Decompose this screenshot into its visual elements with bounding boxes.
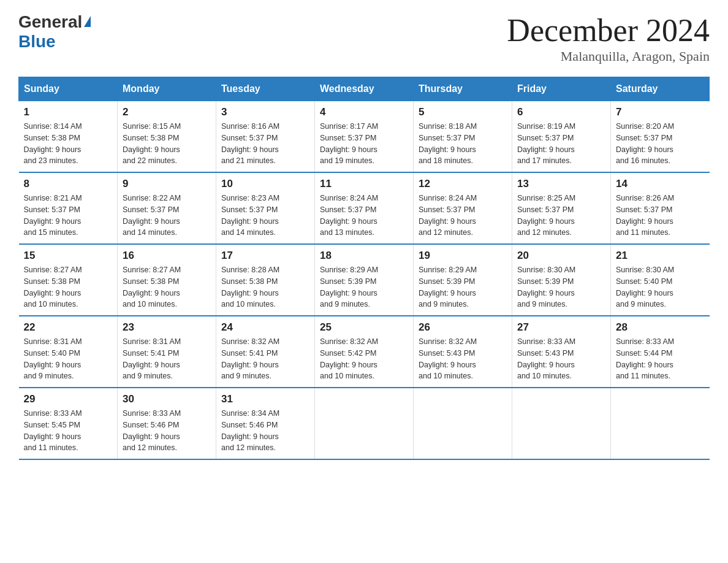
day-info: Sunrise: 8:33 AMSunset: 5:44 PMDaylight:… [616, 336, 705, 382]
week-row-2: 8Sunrise: 8:21 AMSunset: 5:37 PMDaylight… [19, 172, 710, 244]
day-info: Sunrise: 8:32 AMSunset: 5:43 PMDaylight:… [419, 336, 507, 382]
empty-cell [414, 388, 512, 459]
day-info: Sunrise: 8:14 AMSunset: 5:38 PMDaylight:… [24, 121, 113, 167]
location-title: Malanquilla, Aragon, Spain [507, 48, 710, 64]
day-cell-9: 9Sunrise: 8:22 AMSunset: 5:37 PMDaylight… [118, 172, 216, 244]
day-cell-5: 5Sunrise: 8:18 AMSunset: 5:37 PMDaylight… [414, 101, 512, 173]
day-info: Sunrise: 8:16 AMSunset: 5:37 PMDaylight:… [221, 121, 309, 167]
logo-general-text: General [18, 12, 82, 32]
day-cell-2: 2Sunrise: 8:15 AMSunset: 5:38 PMDaylight… [118, 101, 216, 173]
day-number: 19 [419, 250, 507, 262]
day-number: 5 [419, 106, 507, 118]
day-cell-20: 20Sunrise: 8:30 AMSunset: 5:39 PMDayligh… [512, 244, 611, 316]
week-row-4: 22Sunrise: 8:31 AMSunset: 5:40 PMDayligh… [19, 316, 710, 388]
day-info: Sunrise: 8:20 AMSunset: 5:37 PMDaylight:… [616, 121, 705, 167]
day-info: Sunrise: 8:15 AMSunset: 5:38 PMDaylight:… [123, 121, 211, 167]
day-cell-29: 29Sunrise: 8:33 AMSunset: 5:45 PMDayligh… [19, 388, 118, 459]
day-cell-11: 11Sunrise: 8:24 AMSunset: 5:37 PMDayligh… [315, 172, 414, 244]
day-number: 30 [123, 393, 211, 405]
day-info: Sunrise: 8:19 AMSunset: 5:37 PMDaylight:… [517, 121, 605, 167]
day-number: 21 [616, 250, 705, 262]
day-info: Sunrise: 8:24 AMSunset: 5:37 PMDaylight:… [320, 193, 408, 239]
day-cell-16: 16Sunrise: 8:27 AMSunset: 5:38 PMDayligh… [118, 244, 216, 316]
day-number: 10 [221, 178, 309, 190]
day-number: 24 [221, 321, 309, 334]
day-cell-4: 4Sunrise: 8:17 AMSunset: 5:37 PMDaylight… [315, 101, 414, 173]
title-area: December 2024 Malanquilla, Aragon, Spain [507, 12, 710, 64]
day-number: 23 [123, 321, 211, 334]
calendar-header-row: SundayMondayTuesdayWednesdayThursdayFrid… [19, 77, 710, 101]
day-cell-22: 22Sunrise: 8:31 AMSunset: 5:40 PMDayligh… [19, 316, 118, 388]
column-header-tuesday: Tuesday [216, 77, 315, 101]
column-header-monday: Monday [118, 77, 216, 101]
day-cell-3: 3Sunrise: 8:16 AMSunset: 5:37 PMDaylight… [216, 101, 315, 173]
column-header-saturday: Saturday [611, 77, 710, 101]
day-cell-12: 12Sunrise: 8:24 AMSunset: 5:37 PMDayligh… [414, 172, 512, 244]
day-info: Sunrise: 8:18 AMSunset: 5:37 PMDaylight:… [419, 121, 507, 167]
day-number: 28 [616, 321, 705, 334]
day-number: 12 [419, 178, 507, 190]
day-info: Sunrise: 8:22 AMSunset: 5:37 PMDaylight:… [123, 193, 211, 239]
day-info: Sunrise: 8:17 AMSunset: 5:37 PMDaylight:… [320, 121, 408, 167]
day-number: 20 [517, 250, 605, 262]
day-info: Sunrise: 8:33 AMSunset: 5:46 PMDaylight:… [123, 408, 211, 454]
day-info: Sunrise: 8:29 AMSunset: 5:39 PMDaylight:… [320, 264, 408, 310]
day-info: Sunrise: 8:34 AMSunset: 5:46 PMDaylight:… [221, 408, 309, 454]
day-cell-8: 8Sunrise: 8:21 AMSunset: 5:37 PMDaylight… [19, 172, 118, 244]
day-number: 9 [123, 178, 211, 190]
day-cell-30: 30Sunrise: 8:33 AMSunset: 5:46 PMDayligh… [118, 388, 216, 459]
day-number: 25 [320, 321, 408, 334]
day-number: 7 [616, 106, 705, 118]
day-info: Sunrise: 8:28 AMSunset: 5:38 PMDaylight:… [221, 264, 309, 310]
day-cell-21: 21Sunrise: 8:30 AMSunset: 5:40 PMDayligh… [611, 244, 710, 316]
day-cell-10: 10Sunrise: 8:23 AMSunset: 5:37 PMDayligh… [216, 172, 315, 244]
day-number: 8 [24, 178, 113, 190]
logo-triangle-icon [84, 16, 91, 27]
day-info: Sunrise: 8:25 AMSunset: 5:37 PMDaylight:… [517, 193, 605, 239]
day-number: 31 [221, 393, 309, 405]
day-cell-25: 25Sunrise: 8:32 AMSunset: 5:42 PMDayligh… [315, 316, 414, 388]
logo-blue-text: Blue [18, 32, 56, 51]
day-number: 29 [24, 393, 113, 405]
day-cell-23: 23Sunrise: 8:31 AMSunset: 5:41 PMDayligh… [118, 316, 216, 388]
header: General Blue December 2024 Malanquilla, … [18, 12, 710, 64]
empty-cell [512, 388, 611, 459]
day-cell-28: 28Sunrise: 8:33 AMSunset: 5:44 PMDayligh… [611, 316, 710, 388]
day-cell-7: 7Sunrise: 8:20 AMSunset: 5:37 PMDaylight… [611, 101, 710, 173]
day-number: 3 [221, 106, 309, 118]
day-number: 17 [221, 250, 309, 262]
day-cell-1: 1Sunrise: 8:14 AMSunset: 5:38 PMDaylight… [19, 101, 118, 173]
day-number: 13 [517, 178, 605, 190]
day-number: 14 [616, 178, 705, 190]
day-cell-19: 19Sunrise: 8:29 AMSunset: 5:39 PMDayligh… [414, 244, 512, 316]
day-number: 1 [24, 106, 113, 118]
empty-cell [611, 388, 710, 459]
day-number: 22 [24, 321, 113, 334]
calendar-table: SundayMondayTuesdayWednesdayThursdayFrid… [18, 77, 710, 460]
day-cell-15: 15Sunrise: 8:27 AMSunset: 5:38 PMDayligh… [19, 244, 118, 316]
day-info: Sunrise: 8:32 AMSunset: 5:41 PMDaylight:… [221, 336, 309, 382]
day-cell-6: 6Sunrise: 8:19 AMSunset: 5:37 PMDaylight… [512, 101, 611, 173]
day-info: Sunrise: 8:24 AMSunset: 5:37 PMDaylight:… [419, 193, 507, 239]
day-info: Sunrise: 8:32 AMSunset: 5:42 PMDaylight:… [320, 336, 408, 382]
day-cell-26: 26Sunrise: 8:32 AMSunset: 5:43 PMDayligh… [414, 316, 512, 388]
week-row-3: 15Sunrise: 8:27 AMSunset: 5:38 PMDayligh… [19, 244, 710, 316]
day-info: Sunrise: 8:30 AMSunset: 5:39 PMDaylight:… [517, 264, 605, 310]
logo: General Blue [18, 12, 91, 52]
day-info: Sunrise: 8:30 AMSunset: 5:40 PMDaylight:… [616, 264, 705, 310]
day-info: Sunrise: 8:21 AMSunset: 5:37 PMDaylight:… [24, 193, 113, 239]
day-info: Sunrise: 8:33 AMSunset: 5:43 PMDaylight:… [517, 336, 605, 382]
day-number: 26 [419, 321, 507, 334]
column-header-wednesday: Wednesday [315, 77, 414, 101]
column-header-thursday: Thursday [414, 77, 512, 101]
empty-cell [315, 388, 414, 459]
day-cell-13: 13Sunrise: 8:25 AMSunset: 5:37 PMDayligh… [512, 172, 611, 244]
day-number: 6 [517, 106, 605, 118]
column-header-friday: Friday [512, 77, 611, 101]
day-cell-24: 24Sunrise: 8:32 AMSunset: 5:41 PMDayligh… [216, 316, 315, 388]
day-info: Sunrise: 8:31 AMSunset: 5:41 PMDaylight:… [123, 336, 211, 382]
month-title: December 2024 [507, 12, 710, 48]
day-info: Sunrise: 8:26 AMSunset: 5:37 PMDaylight:… [616, 193, 705, 239]
day-number: 18 [320, 250, 408, 262]
day-number: 15 [24, 250, 113, 262]
